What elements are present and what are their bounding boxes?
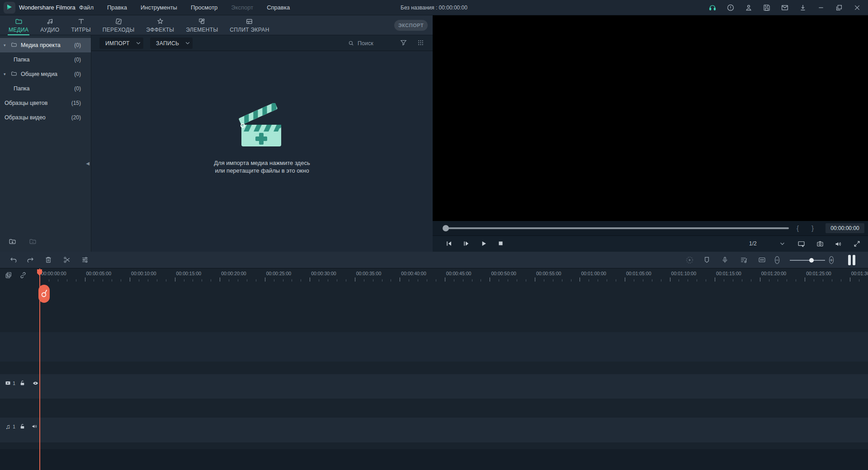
voiceover-mic-icon[interactable] (721, 256, 729, 264)
grid-view-icon[interactable] (417, 39, 425, 47)
audio-track-lane[interactable] (0, 418, 868, 442)
ruler-tick (193, 279, 193, 282)
preview-seekbar[interactable] (445, 227, 789, 229)
zoom-out-icon[interactable]: − (775, 256, 779, 264)
mark-in-icon[interactable]: { (797, 224, 799, 232)
tab-label: ЭФФЕКТЫ (146, 27, 174, 33)
ruler-label: 00:01:25:00 (806, 271, 831, 276)
mute-speaker-icon[interactable] (31, 423, 38, 430)
ruler-tick (139, 279, 139, 282)
sidebar-item-1[interactable]: Папка(0) (0, 52, 91, 67)
record-button[interactable]: ЗАПИСЬ (150, 38, 193, 49)
play-icon[interactable] (480, 240, 487, 247)
minimize-icon[interactable] (812, 0, 830, 15)
tab-media[interactable]: МЕДИА (3, 15, 34, 35)
timeline-scrollbar-thumb[interactable] (848, 255, 851, 265)
ruler-tick (157, 279, 157, 282)
redo-icon[interactable] (26, 256, 34, 264)
preview-quality-value[interactable]: 1/2 (749, 240, 757, 247)
restore-icon[interactable] (830, 0, 848, 15)
info-icon[interactable] (722, 0, 740, 15)
volume-icon[interactable] (834, 240, 843, 248)
account-icon[interactable] (740, 0, 758, 15)
menu-item-3[interactable]: Просмотр (184, 0, 224, 15)
menu-item-0[interactable]: Файл (72, 0, 100, 15)
split-scissors-icon[interactable] (63, 256, 71, 264)
display-device-icon[interactable] (797, 240, 806, 248)
ruler-label: 00:00:55:00 (536, 271, 561, 276)
sidebar-item-count: (0) (74, 81, 81, 96)
import-dropzone[interactable]: Для импорта медиа нажмите здесь или пере… (91, 103, 433, 174)
delete-folder-icon[interactable] (28, 238, 37, 245)
previous-frame-icon[interactable] (445, 240, 453, 247)
sidebar-item-2[interactable]: ▾Общие медиа(0) (0, 67, 91, 81)
expand-arrow-icon[interactable]: ▾ (4, 38, 6, 52)
mail-icon[interactable] (776, 0, 794, 15)
tab-titles[interactable]: ТИТРЫ (65, 15, 96, 35)
lock-open-icon[interactable] (19, 379, 26, 387)
tab-elements[interactable]: ЭЛЕМЕНТЫ (180, 15, 224, 35)
delete-icon[interactable] (44, 256, 52, 264)
sidebar-item-4[interactable]: Образцы цветов(15) (0, 96, 91, 110)
ruler-tick (103, 279, 103, 282)
close-icon[interactable] (848, 0, 866, 15)
save-icon[interactable] (758, 0, 776, 15)
ruler-tick (301, 279, 301, 282)
download-icon[interactable] (794, 0, 812, 15)
timeline-ruler[interactable]: 00:00:00:0000:00:05:0000:00:10:0000:00:1… (0, 271, 868, 277)
seekbar-handle[interactable] (443, 225, 449, 231)
ruler-tick (733, 279, 733, 282)
next-frame-icon[interactable] (462, 240, 470, 247)
sidebar-item-0[interactable]: ▾Медиа проекта(0) (0, 38, 91, 52)
ruler-label: 00:00:15:00 (176, 271, 201, 276)
effects-icon (156, 17, 165, 25)
search-input[interactable]: Поиск (348, 35, 373, 51)
timeline-zoom-slider[interactable] (790, 260, 825, 261)
ruler-tick (814, 279, 814, 282)
sidebar-item-label: Медиа проекта (0, 38, 61, 52)
menu-item-2[interactable]: Инструменты (134, 0, 184, 15)
headset-icon[interactable] (703, 0, 722, 15)
adjust-settings-icon[interactable] (81, 256, 89, 264)
sidebar-item-3[interactable]: Папка(0) (0, 81, 91, 96)
ruler-tick (688, 279, 688, 282)
stop-icon[interactable] (497, 240, 504, 247)
ruler-tick (265, 277, 265, 282)
expand-arrow-icon[interactable]: ▾ (4, 67, 6, 81)
ruler-tick (508, 279, 508, 282)
collapse-sidebar-icon[interactable]: ◀ (86, 161, 90, 166)
mark-out-icon[interactable]: } (811, 224, 814, 232)
ruler-label: 00:01:20:00 (761, 271, 786, 276)
chevron-down-icon[interactable] (780, 242, 785, 245)
import-button[interactable]: ИМПОРТ (99, 38, 143, 49)
tab-split-screen[interactable]: СПЛИТ ЭКРАН (224, 15, 275, 35)
audio-track-number: 1 (13, 424, 15, 429)
zoom-in-icon[interactable]: + (829, 256, 834, 264)
audio-mixer-icon[interactable] (740, 256, 748, 264)
marker-icon[interactable] (703, 256, 711, 264)
video-track-lane[interactable] (0, 374, 868, 399)
zoom-to-fit-icon[interactable] (758, 256, 766, 264)
render-preview-icon[interactable] (685, 256, 694, 264)
search-icon (348, 40, 354, 47)
export-button[interactable]: ЭКСПОРТ (394, 20, 428, 31)
filter-icon[interactable] (400, 39, 407, 47)
tab-effects[interactable]: ЭФФЕКТЫ (140, 15, 180, 35)
tab-audio[interactable]: АУДИО (34, 15, 65, 35)
sidebar-item-5[interactable]: Образцы видео(20) (0, 110, 91, 125)
add-folder-icon[interactable] (8, 238, 17, 245)
ruler-tick (778, 279, 778, 282)
record-button-label: ЗАПИСЬ (156, 40, 179, 47)
timeline-scrollbar-thumb[interactable] (853, 255, 855, 265)
fullscreen-icon[interactable] (853, 240, 861, 248)
playhead-handle[interactable] (38, 285, 50, 303)
video-track-number: 1 (13, 381, 15, 386)
preview-timecode: 00:00:00:00 (826, 223, 864, 233)
zoom-slider-handle[interactable] (809, 258, 814, 263)
undo-icon[interactable] (9, 256, 18, 264)
tab-transitions[interactable]: ПЕРЕХОДЫ (97, 15, 140, 35)
snapshot-camera-icon[interactable] (816, 240, 824, 248)
lock-open-icon[interactable] (19, 423, 26, 430)
eye-icon[interactable] (32, 380, 39, 386)
menu-item-1[interactable]: Правка (100, 0, 134, 15)
